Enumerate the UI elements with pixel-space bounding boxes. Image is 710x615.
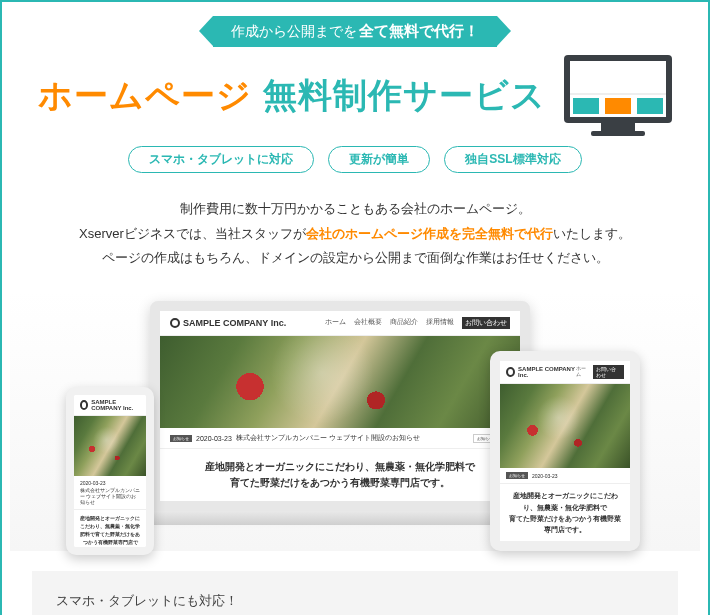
sample-hero-image [74,416,146,476]
laptop-base [130,511,550,525]
desc-highlight: 会社のホームページ作成を完全無料で代行 [306,226,553,241]
phone-mockup: SAMPLE COMPANY Inc. 2020-03-23株式会社サンプルカン… [66,387,154,555]
pill-easy-update: 更新が簡単 [328,146,430,173]
hero-title-accent: ホームページ [38,76,252,114]
ribbon-emphasis: 全て無料で代行！ [359,22,479,41]
laptop-mockup: SAMPLE COMPANY Inc. ホーム会社概要商品紹介採用情報お問い合わ… [150,301,530,525]
bottom-line1: スマホ・タブレットにも対応！ [56,589,654,614]
description: 制作費用に数十万円かかることもある会社のホームページ。 Xserverビジネスで… [2,191,708,291]
sample-nav: ホーム会社概要商品紹介採用情報お問い合わせ [325,317,510,329]
sample-news-bar: お知らせ 2020-03-23 株式会社サンプルカンパニー ウェブサイト開設のお… [160,428,520,449]
bottom-note: スマホ・タブレットにも対応！ ビジネスのカラーに合わせて、ホームページのテーマカ… [32,571,678,615]
desc-line1: 制作費用に数十万円かかることもある会社のホームページ。 [22,197,688,222]
feature-pills: スマホ・タブレットに対応 更新が簡単 独自SSL標準対応 [2,142,708,191]
tablet-mockup: SAMPLE COMPANY Inc.ホームお問い合わせ お知らせ2020-03… [490,351,640,551]
sample-site-tablet: SAMPLE COMPANY Inc.ホームお問い合わせ お知らせ2020-03… [500,361,630,541]
promo-card: 作成から公開までを 全て無料で代行！ ホームページ 無料制作サービス スマホ・タ… [0,0,710,615]
sample-hero-image [500,384,630,468]
hero-row: ホームページ 無料制作サービス [2,55,708,142]
desc-line2: Xserverビジネスでは、当社スタッフが会社のホームページ作成を完全無料で代行… [22,222,688,247]
pill-responsive: スマホ・タブレットに対応 [128,146,314,173]
logo-mark-icon [506,367,515,377]
hero-title: ホームページ 無料制作サービス [38,73,545,119]
logo-mark-icon [170,318,180,328]
pill-ssl: 独自SSL標準対応 [444,146,581,173]
monitor-icon [564,55,672,136]
ribbon-banner: 作成から公開までを 全て無料で代行！ [213,16,497,47]
desc-line3: ページの作成はもちろん、ドメインの設定から公開まで面倒な作業はお任せください。 [22,246,688,271]
hero-title-rest: 無料制作サービス [252,76,545,114]
sample-hero-image [160,336,520,428]
device-mockups: SAMPLE COMPANY Inc. ホーム会社概要商品紹介採用情報お問い合わ… [10,291,700,551]
ribbon-row: 作成から公開までを 全て無料で代行！ [2,2,708,55]
ribbon-pre: 作成から公開までを [231,23,357,41]
sample-logo: SAMPLE COMPANY Inc. [170,318,286,328]
logo-mark-icon [80,400,88,410]
sample-site-laptop: SAMPLE COMPANY Inc. ホーム会社概要商品紹介採用情報お問い合わ… [160,311,520,501]
sample-site-phone: SAMPLE COMPANY Inc. 2020-03-23株式会社サンプルカン… [74,395,146,547]
sample-catch: 産地開発とオーガニックにこだわり、無農薬・無化学肥料で 育てた野菜だけをあつかう… [160,449,520,501]
